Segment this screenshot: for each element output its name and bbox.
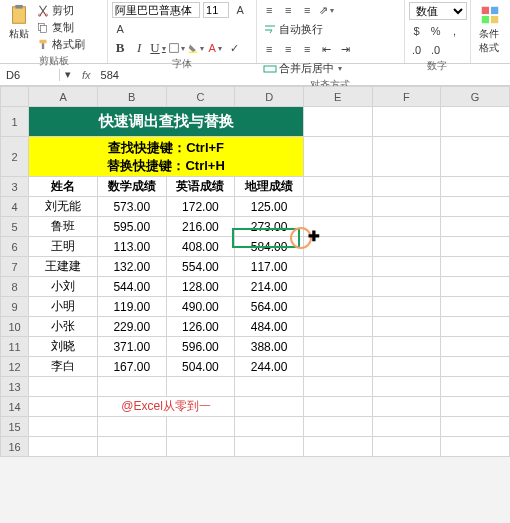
font-size-select[interactable] (203, 2, 229, 18)
data-cell[interactable]: 125.00 (235, 197, 304, 217)
italic-button[interactable]: I (131, 40, 147, 56)
data-cell[interactable]: 王建建 (29, 257, 98, 277)
row-header-4[interactable]: 4 (1, 197, 29, 217)
empty-cell[interactable] (372, 437, 441, 457)
row-header-16[interactable]: 16 (1, 437, 29, 457)
indent-inc-icon[interactable]: ⇥ (337, 41, 353, 57)
data-cell[interactable]: 王明 (29, 237, 98, 257)
data-cell[interactable]: 128.00 (166, 277, 235, 297)
data-cell[interactable]: 刘晓 (29, 337, 98, 357)
cut-button[interactable]: 剪切 (34, 2, 87, 19)
font-color-button[interactable]: A (207, 40, 223, 56)
orientation-icon[interactable]: ⇗ (318, 2, 334, 18)
spreadsheet-grid[interactable]: ABCDEFG1快速调出查找与替换2查找快捷键：Ctrl+F替换快捷键：Ctrl… (0, 86, 510, 457)
name-box[interactable]: D6 (0, 69, 60, 81)
data-cell[interactable]: 244.00 (235, 357, 304, 377)
col-header-F[interactable]: F (372, 87, 441, 107)
format-painter-button[interactable]: 格式刷 (34, 36, 87, 53)
data-cell[interactable]: 119.00 (97, 297, 166, 317)
comma-icon[interactable]: , (447, 23, 463, 39)
phonetic-button[interactable]: ✓ (226, 40, 242, 56)
align-bottom-icon[interactable]: ≡ (299, 2, 315, 18)
data-cell[interactable]: 216.00 (166, 217, 235, 237)
data-cell[interactable]: 596.00 (166, 337, 235, 357)
data-cell[interactable]: 小刘 (29, 277, 98, 297)
data-cell[interactable]: 172.00 (166, 197, 235, 217)
dec-decimal-icon[interactable]: .0 (428, 42, 444, 58)
data-cell[interactable]: 388.00 (235, 337, 304, 357)
shortcuts-cell[interactable]: 查找快捷键：Ctrl+F替换快捷键：Ctrl+H (29, 137, 304, 177)
title-cell[interactable]: 快速调出查找与替换 (29, 107, 304, 137)
row-header-11[interactable]: 11 (1, 337, 29, 357)
formula-input[interactable]: 584 (97, 69, 123, 81)
data-cell[interactable]: 小张 (29, 317, 98, 337)
row-header-14[interactable]: 14 (1, 397, 29, 417)
data-cell[interactable]: 214.00 (235, 277, 304, 297)
data-cell[interactable]: 167.00 (97, 357, 166, 377)
data-cell[interactable]: 126.00 (166, 317, 235, 337)
data-cell[interactable]: 132.00 (97, 257, 166, 277)
select-all[interactable] (1, 87, 29, 107)
data-cell[interactable]: 117.00 (235, 257, 304, 277)
currency-icon[interactable]: $ (409, 23, 425, 39)
data-cell[interactable]: 小明 (29, 297, 98, 317)
name-dropdown-icon[interactable]: ▾ (60, 67, 76, 83)
row-header-10[interactable]: 10 (1, 317, 29, 337)
align-left-icon[interactable]: ≡ (261, 41, 277, 57)
data-cell[interactable]: 鲁班 (29, 217, 98, 237)
data-cell[interactable]: 408.00 (166, 237, 235, 257)
row-header-1[interactable]: 1 (1, 107, 29, 137)
data-cell[interactable]: 504.00 (166, 357, 235, 377)
data-cell[interactable]: 229.00 (97, 317, 166, 337)
data-cell[interactable]: 573.00 (97, 197, 166, 217)
wrap-text-button[interactable]: 自动换行 (261, 21, 325, 38)
empty-cell[interactable] (29, 417, 98, 437)
row-header-5[interactable]: 5 (1, 217, 29, 237)
data-cell[interactable]: 564.00 (235, 297, 304, 317)
bold-button[interactable]: B (112, 40, 128, 56)
empty-cell[interactable] (303, 437, 372, 457)
data-cell[interactable]: 584.00 (235, 237, 304, 257)
decrease-font-icon[interactable]: A (112, 21, 128, 37)
conditional-format-button[interactable]: 条件格式 (475, 2, 506, 57)
data-cell[interactable]: 113.00 (97, 237, 166, 257)
row-header-15[interactable]: 15 (1, 417, 29, 437)
row-header-13[interactable]: 13 (1, 377, 29, 397)
row-header-8[interactable]: 8 (1, 277, 29, 297)
empty-cell[interactable] (97, 417, 166, 437)
merge-button[interactable]: 合并后居中 (261, 60, 344, 77)
row-header-3[interactable]: 3 (1, 177, 29, 197)
underline-button[interactable]: U (150, 40, 166, 56)
empty-cell[interactable] (235, 437, 304, 457)
data-cell[interactable]: 刘无能 (29, 197, 98, 217)
indent-dec-icon[interactable]: ⇤ (318, 41, 334, 57)
empty-cell[interactable] (29, 437, 98, 457)
data-cell[interactable]: 371.00 (97, 337, 166, 357)
empty-cell[interactable] (235, 417, 304, 437)
fill-color-button[interactable] (188, 40, 204, 56)
fx-icon[interactable]: fx (76, 69, 97, 81)
col-header-C[interactable]: C (166, 87, 235, 107)
data-cell[interactable]: 544.00 (97, 277, 166, 297)
header-cell[interactable]: 英语成绩 (166, 177, 235, 197)
header-cell[interactable]: 姓名 (29, 177, 98, 197)
empty-cell[interactable] (303, 417, 372, 437)
header-cell[interactable]: 数学成绩 (97, 177, 166, 197)
data-cell[interactable]: 595.00 (97, 217, 166, 237)
empty-cell[interactable] (97, 437, 166, 457)
data-cell[interactable]: 490.00 (166, 297, 235, 317)
inc-decimal-icon[interactable]: .0 (409, 42, 425, 58)
empty-cell[interactable] (166, 437, 235, 457)
row-header-12[interactable]: 12 (1, 357, 29, 377)
row-header-2[interactable]: 2 (1, 137, 29, 177)
font-name-select[interactable] (112, 2, 200, 18)
increase-font-icon[interactable]: A (232, 2, 248, 18)
data-cell[interactable]: 554.00 (166, 257, 235, 277)
data-cell[interactable]: 273.00 (235, 217, 304, 237)
data-cell[interactable]: 484.00 (235, 317, 304, 337)
row-header-9[interactable]: 9 (1, 297, 29, 317)
row-header-6[interactable]: 6 (1, 237, 29, 257)
empty-cell[interactable] (166, 417, 235, 437)
col-header-E[interactable]: E (303, 87, 372, 107)
border-button[interactable] (169, 40, 185, 56)
